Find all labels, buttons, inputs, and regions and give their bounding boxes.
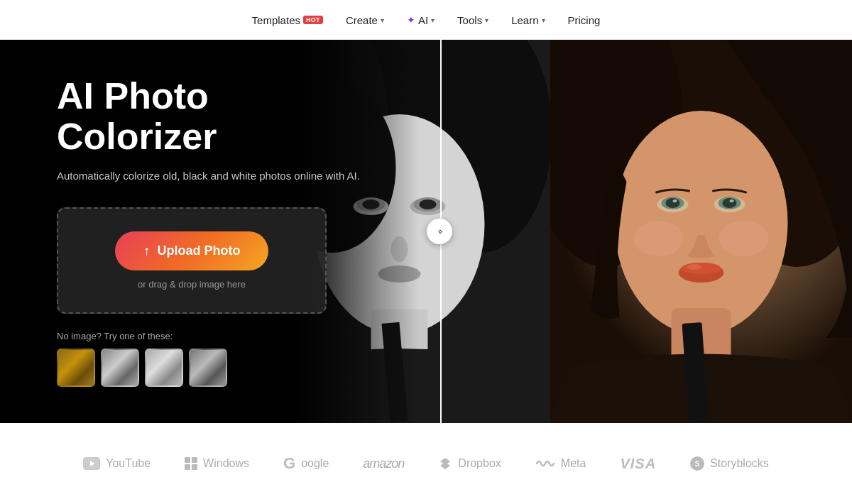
- ai-label: AI: [418, 14, 428, 26]
- windows-icon: [185, 457, 197, 470]
- logo-amazon: amazon: [363, 456, 404, 471]
- logo-youtube: YouTube: [83, 457, 151, 470]
- hero-title: AI Photo Colorizer: [57, 76, 369, 157]
- logo-google: G oogle: [283, 454, 329, 473]
- svg-point-23: [634, 221, 684, 256]
- google-label: oogle: [301, 457, 329, 470]
- sample-image-2[interactable]: [101, 349, 139, 387]
- dropbox-icon: [438, 456, 452, 471]
- svg-marker-40: [440, 462, 450, 469]
- svg-point-12: [420, 199, 437, 209]
- youtube-label: YouTube: [106, 457, 151, 470]
- nav-item-learn[interactable]: Learn ▾: [503, 10, 553, 31]
- tools-label: Tools: [457, 14, 482, 26]
- sample-image-3[interactable]: [145, 349, 183, 387]
- slider-handle[interactable]: ‹›: [427, 219, 452, 244]
- sample-label: No image? Try one of these:: [57, 331, 369, 341]
- nav-item-create[interactable]: Create ▾: [337, 10, 393, 31]
- drag-drop-text: or drag & drop image here: [138, 279, 246, 290]
- templates-badge: HOT: [303, 16, 323, 24]
- learn-label: Learn: [511, 14, 538, 26]
- nav-item-templates[interactable]: Templates HOT: [244, 10, 332, 31]
- meta-label: Meta: [561, 457, 586, 470]
- svg-point-34: [682, 263, 721, 274]
- nav-item-pricing[interactable]: Pricing: [559, 10, 609, 31]
- logo-visa: VISA: [620, 456, 656, 472]
- slider-arrows-icon: ‹›: [438, 226, 441, 236]
- storyblocks-label: Storyblocks: [710, 457, 769, 470]
- logo-storyblocks: S Storyblocks: [690, 456, 769, 471]
- svg-point-24: [719, 221, 769, 256]
- youtube-icon: [83, 457, 100, 470]
- logos-section: YouTube Windows G oogle amazon Dropbox M…: [0, 423, 852, 504]
- tools-chevron-icon: ▾: [485, 16, 488, 24]
- visa-label: VISA: [620, 456, 656, 472]
- hero-section: ‹› AI Photo Colorizer Automatically colo…: [0, 40, 852, 423]
- sample-images: [57, 349, 369, 387]
- upload-button-label: Upload Photo: [158, 243, 241, 258]
- sample-section: No image? Try one of these:: [57, 331, 369, 387]
- sample-image-4[interactable]: [189, 349, 227, 387]
- meta-icon: [535, 458, 555, 469]
- create-label: Create: [346, 14, 378, 26]
- amazon-label: amazon: [363, 456, 404, 471]
- logo-windows: Windows: [185, 457, 249, 470]
- pricing-label: Pricing: [568, 14, 601, 26]
- svg-point-21: [615, 111, 788, 335]
- learn-chevron-icon: ▾: [542, 16, 545, 24]
- google-icon: G: [283, 454, 295, 473]
- hero-content: AI Photo Colorizer Automatically coloriz…: [0, 40, 412, 423]
- svg-point-35: [687, 264, 701, 270]
- windows-label: Windows: [203, 457, 249, 470]
- templates-label: Templates: [252, 14, 300, 26]
- ai-star-icon: ✦: [407, 14, 415, 26]
- nav-item-tools[interactable]: Tools ▾: [449, 10, 497, 31]
- hero-subtitle: Automatically colorize old, black and wh…: [57, 168, 369, 185]
- create-chevron-icon: ▾: [381, 16, 384, 24]
- sample-image-1[interactable]: [57, 349, 95, 387]
- nav-item-ai[interactable]: ✦ AI ▾: [398, 10, 443, 31]
- ai-chevron-icon: ▾: [431, 16, 435, 24]
- svg-point-30: [723, 198, 737, 208]
- upload-icon: ↑: [143, 243, 151, 259]
- logo-meta: Meta: [535, 457, 586, 470]
- storyblocks-icon: S: [690, 456, 704, 471]
- upload-photo-button[interactable]: ↑ Upload Photo: [115, 231, 269, 270]
- upload-box: ↑ Upload Photo or drag & drop image here: [57, 207, 327, 314]
- photo-color-area: [550, 40, 852, 423]
- navbar: Templates HOT Create ▾ ✦ AI ▾ Tools ▾ Le…: [0, 0, 852, 40]
- dropbox-label: Dropbox: [458, 457, 501, 470]
- svg-point-29: [666, 198, 680, 208]
- logo-dropbox: Dropbox: [438, 456, 501, 471]
- svg-point-32: [730, 199, 734, 202]
- svg-point-31: [673, 199, 677, 202]
- nav-links: Templates HOT Create ▾ ✦ AI ▾ Tools ▾ Le…: [244, 10, 609, 31]
